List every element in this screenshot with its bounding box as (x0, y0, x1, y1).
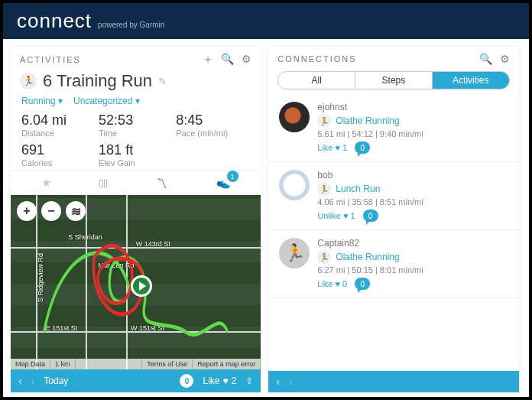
activities-footer: ‹ › Today 0 Like♥ 2 ⇪ (11, 369, 261, 392)
gear-icon[interactable]: ⚙ (500, 53, 510, 65)
feed-activity-link[interactable]: 🏃Olathe Running (317, 250, 508, 264)
stat-distance-value: 6.04 mi (21, 112, 96, 128)
connections-panel: CONNECTIONS 🔍 ⚙ All Steps Activities ejo… (268, 47, 518, 392)
search-icon[interactable]: 🔍 (479, 53, 492, 65)
stat-pace-label: Pace (min/mi) (176, 128, 250, 138)
feed-activity-link[interactable]: 🏃Lunch Run (317, 182, 508, 196)
feed-item: bob 🏃Lunch Run 4.06 mi | 35:58 | 8:51 mi… (268, 162, 518, 230)
app-frame: connect powered by Garmin ACTIVITIES ＋ 🔍… (0, 0, 532, 400)
search-icon[interactable]: 🔍 (221, 53, 234, 67)
stat-distance-label: Distance (21, 128, 96, 138)
feed-activity-meta: 4.06 mi | 35:58 | 8:51 min/mi (317, 197, 508, 207)
activity-type-dropdown[interactable]: Running ▾ (21, 96, 63, 106)
next-page-button[interactable]: › (289, 376, 293, 388)
street-label: S Ridgeview Rd (37, 253, 44, 302)
connections-feed: ejohnst 🏃Olathe Running 5.61 mi | 54:12 … (268, 94, 518, 371)
stat-elev-label: Elev Gain (99, 158, 173, 167)
comment-count-badge[interactable]: 0 (355, 278, 370, 290)
stat-calories-label: Calories (21, 158, 96, 167)
map-report-link[interactable]: Report a map error (193, 359, 261, 369)
run-icon: 🏃 (317, 182, 331, 196)
comment-count-badge[interactable]: 0 (180, 374, 193, 388)
gear-count-badge: 1 (227, 171, 238, 182)
tab-all[interactable]: All (278, 72, 355, 89)
comment-count-badge[interactable]: 0 (355, 141, 370, 154)
map-attribution: Map Data 1 km Terms of Use Report a map … (11, 359, 261, 369)
edit-note-icon[interactable]: ✎⃞ (99, 177, 108, 190)
run-icon: 🏃 (20, 73, 37, 89)
feed-username[interactable]: Captain82 (317, 238, 508, 249)
like-button[interactable]: Like♥ 0 (317, 279, 347, 288)
layers-button[interactable]: ≋ (66, 201, 86, 221)
next-activity-button[interactable]: › (31, 375, 35, 387)
brand-logo: connect (17, 9, 92, 33)
app-header: connect powered by Garmin (3, 3, 529, 39)
main-content: ACTIVITIES ＋ 🔍 ⚙ 🏃 6 Training Run ✎ Runn… (3, 39, 529, 397)
activity-category-dropdown[interactable]: Uncategorized ▾ (73, 96, 140, 106)
stat-time-value: 52:53 (99, 112, 173, 128)
connections-footer: ‹ › (268, 371, 518, 392)
stat-calories-value: 691 (21, 142, 96, 158)
zoom-out-button[interactable]: − (41, 201, 61, 221)
activities-panel: ACTIVITIES ＋ 🔍 ⚙ 🏃 6 Training Run ✎ Runn… (11, 47, 261, 392)
stat-pace-value: 8:45 (176, 112, 250, 128)
prev-page-button[interactable]: ‹ (276, 376, 280, 388)
edit-icon[interactable]: ✎ (158, 76, 167, 87)
feed-username[interactable]: ejohnst (317, 102, 508, 112)
favorite-icon[interactable]: ★ (41, 176, 51, 190)
add-icon[interactable]: ＋ (203, 53, 213, 67)
feed-item: ejohnst 🏃Olathe Running 5.61 mi | 54:12 … (268, 94, 518, 162)
avatar[interactable]: 🏃 (279, 238, 310, 268)
connections-heading: CONNECTIONS (277, 54, 356, 63)
tab-activities[interactable]: Activities (432, 72, 509, 89)
brand-subtitle: powered by Garmin (98, 21, 164, 29)
map-scale: 1 km (50, 359, 76, 369)
avatar[interactable] (279, 170, 310, 200)
feed-activity-link[interactable]: 🏃Olathe Running (317, 114, 508, 128)
street-label: W 143rd St (136, 240, 170, 248)
play-button[interactable] (131, 275, 152, 297)
street-label: Mur Len Rd (99, 262, 135, 269)
street-label: W 151st St (131, 324, 164, 332)
street-label: S Sheridan (68, 233, 102, 241)
activities-heading: ACTIVITIES (20, 55, 81, 64)
like-button[interactable]: Like♥ 1 (317, 143, 347, 152)
stat-elev-value: 181 ft (99, 142, 173, 158)
feed-username[interactable]: bob (317, 170, 508, 180)
stat-time-label: Time (99, 128, 173, 138)
activity-map[interactable]: S Ridgeview Rd S Sheridan Mur Len Rd W 1… (11, 195, 261, 369)
unlike-button[interactable]: Unlike♥ 1 (317, 211, 355, 220)
gear-shoe-icon[interactable]: 👟1 (216, 176, 231, 190)
connections-tabs: All Steps Activities (277, 71, 509, 89)
map-terms-link[interactable]: Terms of Use (142, 359, 193, 369)
like-button[interactable]: Like♥ 2 (203, 376, 236, 386)
gear-icon[interactable]: ⚙ (242, 53, 251, 67)
map-data-link[interactable]: Map Data (11, 359, 50, 369)
trend-icon[interactable]: 〽 (156, 177, 167, 190)
feed-item: 🏃 Captain82 🏃Olathe Running 6.27 mi | 50… (268, 230, 518, 298)
avatar[interactable] (279, 102, 310, 132)
street-label: E 151st St (46, 324, 78, 332)
feed-activity-meta: 6.27 mi | 50:15 | 8:01 min/mi (317, 265, 508, 275)
prev-activity-button[interactable]: ‹ (18, 375, 22, 387)
run-icon: 🏃 (317, 250, 331, 264)
tab-steps[interactable]: Steps (355, 72, 432, 89)
footer-date-label: Today (44, 376, 68, 386)
feed-activity-meta: 5.61 mi | 54:12 | 9:40 min/mi (317, 129, 508, 138)
run-icon: 🏃 (317, 114, 331, 128)
comment-count-badge[interactable]: 0 (363, 210, 378, 222)
zoom-in-button[interactable]: + (17, 201, 37, 221)
share-icon[interactable]: ⇪ (245, 376, 253, 386)
activity-name: 6 Training Run (43, 71, 152, 91)
